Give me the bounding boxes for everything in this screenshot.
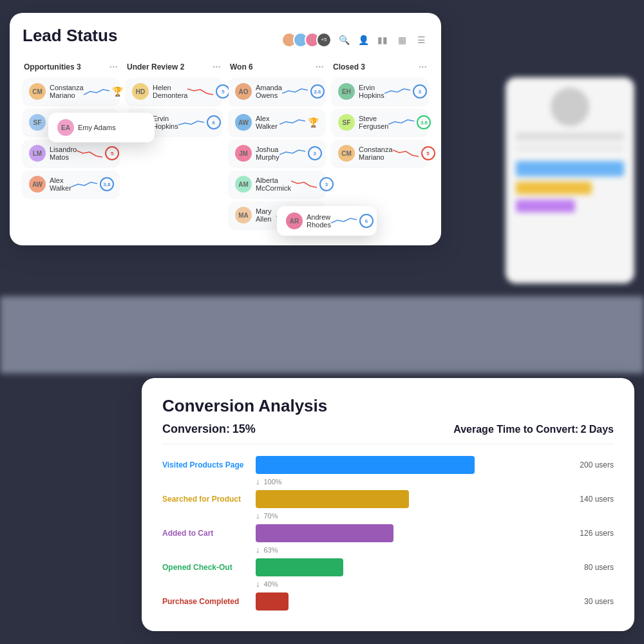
avatar-joshua: JM: [235, 145, 252, 162]
name-ervin-review: Ervin Hopkins: [153, 115, 178, 130]
search-icon[interactable]: 🔍: [337, 33, 351, 47]
name-alexw: Alex Walker: [50, 176, 71, 192]
kanban-col-opportunities: Opportunities 3 ··· CM Constanza Mariano…: [23, 61, 119, 232]
avatar-ervin-closed: EH: [338, 83, 355, 100]
avg-time-label: Average Time to Convert: 2 Days: [453, 424, 614, 435]
funnel-label-row-3: Opened Check-Out80 users: [162, 558, 614, 576]
trophy-icon2: 🏆: [308, 117, 319, 128]
arrow-down-icon: ↓: [256, 511, 260, 520]
score-lisandro: 5: [105, 146, 119, 160]
avatar-badge: +5: [316, 32, 332, 48]
name-andrew: Andrew Rhodes: [307, 213, 331, 229]
avatar-alexw: AW: [29, 176, 46, 193]
card-amanda: AO Amanda Owens 2.6: [229, 78, 325, 105]
score-alberta: 3: [319, 177, 334, 191]
col-title-review: Under Review 2: [127, 62, 184, 71]
funnel-row-0: Visited Products Page200 users↓100%: [162, 456, 614, 486]
funnel-pct-row-0: ↓100%: [162, 477, 614, 486]
menu-icon[interactable]: ☰: [414, 33, 428, 47]
name-steve-closed: Steve Fergusen: [359, 115, 388, 130]
funnel-users-4: 30 users: [575, 597, 614, 606]
avatar-constanza: CM: [29, 83, 46, 100]
score-steve-closed: 3.8: [417, 115, 431, 129]
name-constanza: Constanza Mariano: [50, 84, 84, 99]
avg-time-value: 2 Days: [580, 424, 614, 435]
avatar-steve: SF: [29, 114, 46, 131]
trophy-icon: 🏆: [112, 86, 123, 97]
card-constanza: CM Constanza Mariano 🏆: [23, 78, 119, 105]
andrew-popup-card: AR Andrew Rhodes 6: [277, 206, 377, 236]
col-header-review: Under Review 2 ···: [126, 61, 222, 73]
avatar-amanda: AO: [235, 83, 252, 100]
card-alexw2: AW Alex Walker 🏆: [229, 109, 325, 136]
arrow-down-icon: ↓: [256, 545, 260, 554]
header-icons: +5 🔍 👤 ▮▮ ▦ ☰: [281, 32, 428, 48]
andrew-popup-inner: AR Andrew Rhodes 6: [286, 213, 368, 229]
name-ervin-closed: Ervin Hopkins: [359, 84, 384, 99]
funnel-label-4: Purchase Completed: [162, 597, 256, 606]
funnel-label-row-0: Visited Products Page200 users: [162, 456, 614, 474]
funnel-bar-1: [256, 490, 409, 508]
lead-status-header: Lead Status +5 🔍 👤 ▮▮ ▦ ☰: [23, 26, 428, 53]
col-dots-won[interactable]: ···: [316, 61, 324, 73]
grid-icon[interactable]: ▦: [395, 33, 409, 47]
funnel-pct-2: 63%: [264, 546, 278, 554]
card-ervin-closed: EH Ervin Hopkins 3: [332, 78, 428, 105]
score-joshua: 3: [308, 146, 322, 160]
funnel-pct-3: 40%: [264, 580, 278, 588]
funnel-label-3: Opened Check-Out: [162, 563, 256, 572]
mini-chart-r11: [393, 147, 419, 160]
card-lisandro: LM Lisandro Matos 5: [23, 140, 119, 167]
name-alberta: Alberta McCormick: [256, 176, 291, 192]
funnel-label-1: Searched for Product: [162, 495, 256, 504]
funnel-chart: Visited Products Page200 users↓100%Searc…: [162, 456, 614, 611]
person-icon[interactable]: 👤: [356, 33, 370, 47]
funnel-users-2: 126 users: [575, 529, 614, 538]
name-joshua: Joshua Murphy: [256, 146, 279, 161]
funnel-pct-row-2: ↓63%: [162, 545, 614, 554]
col-dots-review[interactable]: ···: [213, 61, 221, 73]
funnel-row-3: Opened Check-Out80 users↓40%: [162, 558, 614, 589]
funnel-pct-1: 70%: [264, 512, 278, 520]
col-dots[interactable]: ···: [109, 61, 118, 73]
funnel-label-0: Visited Products Page: [162, 460, 256, 469]
funnel-row-2: Added to Cart126 users↓63%: [162, 524, 614, 554]
mini-chart-red3: [187, 85, 213, 98]
card-helen: HD Helen Demontera 5: [126, 78, 222, 105]
funnel-users-1: 140 users: [575, 495, 614, 504]
bar-chart-icon[interactable]: ▮▮: [375, 33, 390, 47]
mini-chart-red2: [77, 147, 102, 160]
score-amanda: 2.6: [310, 84, 325, 99]
arrow-down-icon: ↓: [256, 579, 260, 589]
funnel-users-0: 200 users: [575, 460, 614, 469]
col-title-opportunities: Opportunities 3: [24, 62, 81, 71]
funnel-bar-3: [256, 558, 343, 576]
mini-chart-blue2: [71, 178, 97, 191]
funnel-label-row-2: Added to Cart126 users: [162, 524, 614, 542]
funnel-bar-0: [256, 456, 475, 474]
conversion-rate-text: Conversion:: [162, 422, 230, 435]
name-mary: Mary Allen: [256, 207, 276, 223]
mini-chart-b9: [384, 85, 410, 98]
mini-chart-b6: [279, 147, 305, 160]
avatar-mary: MA: [235, 207, 252, 223]
avatar-alberta: AM: [235, 176, 252, 193]
name-alexw2: Alex Walker: [256, 115, 279, 130]
col-dots-closed[interactable]: ···: [419, 61, 427, 73]
avatar-emy: EA: [57, 119, 74, 136]
lead-status-title: Lead Status: [23, 26, 117, 46]
conversion-title: Conversion Analysis: [162, 396, 614, 416]
name-amanda: Amanda Owens: [256, 84, 282, 99]
avatar-lisandro: LM: [29, 145, 46, 162]
score-ervin-review: 6: [207, 115, 221, 129]
mini-chart-b5: [279, 116, 305, 129]
conversion-meta: Conversion: 15% Average Time to Convert:…: [162, 422, 614, 444]
avg-time-text: Average Time to Convert:: [453, 424, 578, 435]
kanban-col-review: Under Review 2 ··· HD Helen Demontera 5 …: [126, 61, 222, 232]
col-title-closed: Closed 3: [333, 62, 365, 71]
col-header-opportunities: Opportunities 3 ···: [23, 61, 119, 73]
arrow-down-icon: ↓: [256, 477, 260, 486]
avatar-constanza-closed: CM: [338, 145, 355, 162]
card-constanza-closed: CM Constanza Mariano 5: [332, 140, 428, 167]
funnel-pct-row-1: ↓70%: [162, 511, 614, 520]
